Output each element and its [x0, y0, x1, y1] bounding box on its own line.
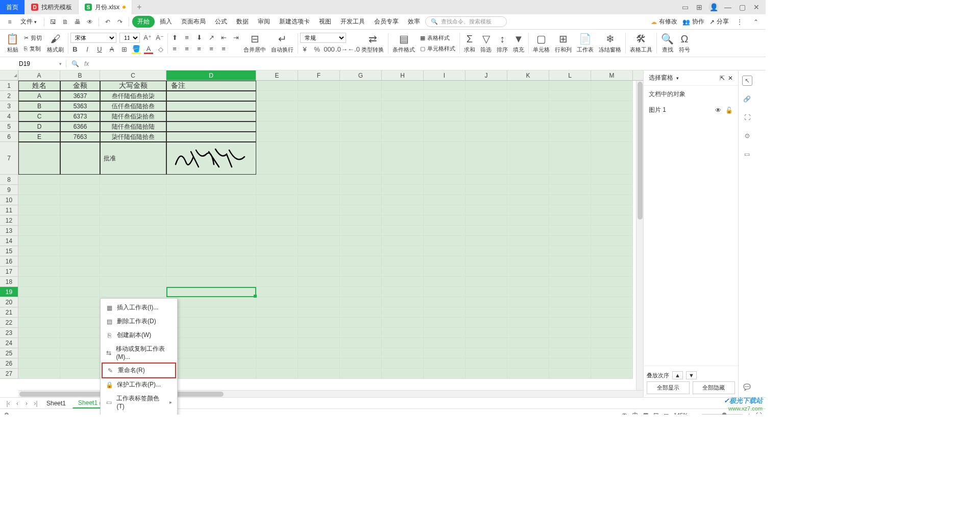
- cell[interactable]: [298, 369, 340, 379]
- row-header[interactable]: 10: [0, 195, 18, 205]
- cell[interactable]: [549, 358, 591, 369]
- col-header-D[interactable]: D: [166, 70, 256, 80]
- cell[interactable]: [465, 297, 507, 307]
- cell[interactable]: 叁仟陆佰叁拾柒: [100, 91, 166, 101]
- cell[interactable]: [256, 205, 298, 215]
- cell[interactable]: [424, 338, 465, 348]
- cell[interactable]: [507, 195, 549, 205]
- col-header-C[interactable]: C: [100, 70, 166, 80]
- col-header-B[interactable]: B: [60, 70, 100, 80]
- row-header[interactable]: 9: [0, 185, 18, 195]
- cell[interactable]: [382, 215, 424, 226]
- col-header-J[interactable]: J: [465, 70, 507, 80]
- cell[interactable]: [591, 185, 633, 195]
- tab-efficiency[interactable]: 效率: [404, 15, 424, 28]
- cell[interactable]: [507, 256, 549, 267]
- cell-button[interactable]: ▢单元格: [531, 32, 552, 55]
- cell[interactable]: A: [18, 91, 60, 101]
- freeze-button[interactable]: ❄冻结窗格: [597, 32, 623, 55]
- cell[interactable]: [465, 111, 507, 122]
- cell[interactable]: 金额: [60, 81, 100, 91]
- cell[interactable]: [465, 369, 507, 379]
- cell[interactable]: [18, 277, 60, 287]
- cell[interactable]: [256, 358, 298, 369]
- move-down-icon[interactable]: ▼: [686, 371, 697, 379]
- menu-delete-sheet[interactable]: ▤删除工作表(D): [101, 315, 177, 328]
- cell[interactable]: [382, 256, 424, 267]
- cell[interactable]: [424, 328, 465, 338]
- menu-protect-sheet[interactable]: 🔒保护工作表(P)...: [101, 378, 177, 392]
- cell[interactable]: [507, 215, 549, 226]
- cell[interactable]: [507, 122, 549, 132]
- col-header-E[interactable]: E: [256, 70, 298, 80]
- cell[interactable]: [18, 328, 60, 338]
- cell[interactable]: [382, 267, 424, 277]
- tab-start[interactable]: 开始: [132, 16, 155, 28]
- cn-mode-icon[interactable]: 中: [632, 411, 638, 415]
- cell[interactable]: [465, 91, 507, 101]
- cell[interactable]: [60, 297, 100, 307]
- cell[interactable]: [424, 91, 465, 101]
- cell[interactable]: [507, 185, 549, 195]
- col-header-K[interactable]: K: [507, 70, 549, 80]
- cell[interactable]: [465, 101, 507, 111]
- italic-icon[interactable]: I: [83, 45, 92, 54]
- cell[interactable]: [18, 318, 60, 328]
- share-button[interactable]: ↗分享: [709, 17, 729, 26]
- cell[interactable]: [507, 236, 549, 246]
- align-left-icon[interactable]: ≡: [170, 44, 179, 54]
- cell[interactable]: [591, 307, 633, 318]
- percent-icon[interactable]: %: [312, 45, 322, 54]
- lock-icon[interactable]: 🔓: [725, 107, 733, 114]
- sheet-nav-next[interactable]: ›: [22, 400, 31, 407]
- name-box[interactable]: ▾: [0, 60, 66, 67]
- cell[interactable]: [591, 175, 633, 185]
- cell[interactable]: [298, 246, 340, 256]
- cell[interactable]: [298, 348, 340, 358]
- cell[interactable]: [166, 101, 256, 111]
- row-header[interactable]: 17: [0, 267, 18, 277]
- align-top-icon[interactable]: ⬆: [170, 33, 179, 42]
- cell[interactable]: [166, 175, 256, 185]
- cell[interactable]: [166, 215, 256, 226]
- cell[interactable]: [60, 267, 100, 277]
- cell[interactable]: [298, 358, 340, 369]
- cell[interactable]: 5363: [60, 101, 100, 111]
- cell[interactable]: [298, 205, 340, 215]
- cell[interactable]: [256, 307, 298, 318]
- cell[interactable]: [256, 142, 298, 175]
- cell[interactable]: [507, 175, 549, 185]
- cell[interactable]: [18, 256, 60, 267]
- cell[interactable]: [100, 175, 166, 185]
- cell[interactable]: [18, 142, 60, 175]
- cell[interactable]: [340, 277, 382, 287]
- cell[interactable]: [298, 287, 340, 297]
- cell[interactable]: [100, 226, 166, 236]
- cell[interactable]: [256, 369, 298, 379]
- paste-button[interactable]: 📋粘贴: [4, 32, 21, 55]
- cell[interactable]: [591, 236, 633, 246]
- cell[interactable]: 姓名: [18, 81, 60, 91]
- location-icon[interactable]: ⊙: [742, 131, 752, 141]
- hide-all-button[interactable]: 全部隐藏: [693, 381, 736, 394]
- cell[interactable]: [256, 185, 298, 195]
- cell[interactable]: [18, 215, 60, 226]
- cell[interactable]: [340, 236, 382, 246]
- row-header[interactable]: 1: [0, 81, 18, 91]
- cell[interactable]: [591, 277, 633, 287]
- book-icon[interactable]: ▭: [742, 149, 752, 159]
- fill-color-icon[interactable]: 🪣: [132, 45, 141, 54]
- cell[interactable]: [166, 369, 256, 379]
- cell[interactable]: [18, 307, 60, 318]
- cell[interactable]: [60, 185, 100, 195]
- cell[interactable]: [465, 215, 507, 226]
- view-normal-icon[interactable]: ▦: [643, 412, 648, 415]
- cell[interactable]: [166, 328, 256, 338]
- row-header[interactable]: 23: [0, 328, 18, 338]
- cell[interactable]: [382, 297, 424, 307]
- cell[interactable]: [100, 246, 166, 256]
- cell[interactable]: [549, 256, 591, 267]
- fx-icon[interactable]: fx: [84, 60, 89, 67]
- cell[interactable]: [549, 195, 591, 205]
- comma-icon[interactable]: 000: [325, 45, 334, 54]
